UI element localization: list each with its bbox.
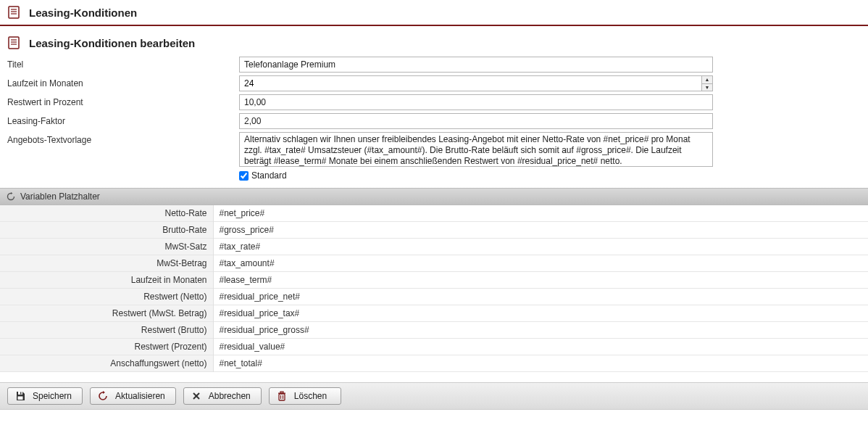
faktor-input[interactable] (239, 113, 713, 129)
svg-rect-4 (9, 37, 19, 49)
variable-value: #net_total# (213, 355, 868, 372)
save-label: Speichern (33, 391, 72, 401)
svg-rect-10 (18, 397, 23, 400)
refresh-icon (98, 391, 108, 401)
svg-rect-17 (280, 392, 283, 393)
table-row: Restwert (Netto)#residual_price_net# (0, 289, 868, 305)
cancel-button[interactable]: Abbrechen (183, 387, 262, 405)
variable-value: #residual_value# (213, 339, 868, 355)
variables-table: Netto-Rate#net_price#Brutto-Rate#gross_p… (0, 205, 868, 372)
refresh-button[interactable]: Aktualisieren (90, 387, 176, 405)
variable-label: Brutto-Rate (0, 222, 213, 239)
laufzeit-input[interactable] (240, 76, 701, 91)
restwert-input[interactable] (239, 94, 713, 110)
standard-checkbox[interactable] (239, 171, 249, 181)
variable-value: #residual_price_gross# (213, 322, 868, 339)
section-variablen-platzhalter[interactable]: Variablen Platzhalter (0, 188, 868, 205)
variable-label: Laufzeit in Monaten (0, 272, 213, 289)
spinner-up-icon[interactable]: ▲ (702, 76, 712, 84)
variable-value: #lease_term# (213, 272, 868, 289)
laufzeit-label: Laufzeit in Monaten (7, 78, 239, 88)
save-icon (15, 391, 25, 401)
cancel-icon (191, 391, 201, 401)
document-icon (7, 6, 20, 19)
save-button[interactable]: Speichern (7, 387, 83, 405)
standard-label[interactable]: Standard (251, 170, 287, 181)
table-row: Brutto-Rate#gross_price# (0, 222, 868, 239)
variable-value: #tax_rate# (213, 239, 868, 255)
table-row: Restwert (MwSt. Betrag)#residual_price_t… (0, 305, 868, 322)
variable-label: Restwert (Prozent) (0, 339, 213, 355)
variable-label: Anschaffungswert (netto) (0, 355, 213, 372)
delete-button[interactable]: Löschen (269, 387, 341, 405)
textvorlage-textarea[interactable] (239, 132, 713, 167)
table-row: MwSt-Satz#tax_rate# (0, 239, 868, 255)
restwert-label: Restwert in Prozent (7, 97, 239, 107)
variable-label: Restwert (Brutto) (0, 322, 213, 339)
refresh-icon (6, 191, 16, 202)
table-row: Restwert (Brutto)#residual_price_gross# (0, 322, 868, 339)
laufzeit-spinner[interactable]: ▲ ▼ (239, 75, 713, 91)
delete-label: Löschen (294, 391, 327, 401)
table-row: Restwert (Prozent)#residual_value# (0, 339, 868, 355)
refresh-label: Aktualisieren (115, 391, 165, 401)
section-title: Variablen Platzhalter (20, 191, 100, 202)
table-row: Anschaffungswert (netto)#net_total# (0, 355, 868, 372)
document-icon (7, 36, 20, 49)
form: Titel Laufzeit in Monaten ▲ ▼ Restwert i… (0, 54, 868, 181)
titel-input[interactable] (239, 57, 713, 73)
button-bar: Speichern Aktualisieren Abbrechen (0, 382, 868, 410)
cancel-label: Abbrechen (209, 391, 251, 401)
variable-value: #residual_price_tax# (213, 305, 868, 322)
table-row: MwSt-Betrag#tax_amount# (0, 255, 868, 272)
textvorlage-label: Angebots-Textvorlage (7, 132, 239, 145)
svg-rect-13 (279, 394, 285, 400)
table-row: Laufzeit in Monaten#lease_term# (0, 272, 868, 289)
variable-label: Netto-Rate (0, 205, 213, 222)
variable-label: MwSt-Betrag (0, 255, 213, 272)
variable-value: #gross_price# (213, 222, 868, 239)
svg-rect-0 (9, 7, 19, 18)
variable-value: #residual_price_net# (213, 289, 868, 305)
sub-title: Leasing-Konditionen bearbeiten (29, 37, 195, 49)
variable-label: Restwert (MwSt. Betrag) (0, 305, 213, 322)
trash-icon (277, 391, 287, 401)
titel-label: Titel (7, 59, 239, 70)
spinner-down-icon[interactable]: ▼ (702, 84, 712, 91)
svg-rect-9 (20, 392, 22, 395)
faktor-label: Leasing-Faktor (7, 116, 239, 126)
variable-value: #tax_amount# (213, 255, 868, 272)
variable-label: Restwert (Netto) (0, 289, 213, 305)
sub-header: Leasing-Konditionen bearbeiten (0, 26, 868, 54)
variable-label: MwSt-Satz (0, 239, 213, 255)
variable-value: #net_price# (213, 205, 868, 222)
page-header: Leasing-Konditionen (0, 0, 868, 26)
page-title: Leasing-Konditionen (29, 7, 137, 19)
table-row: Netto-Rate#net_price# (0, 205, 868, 222)
